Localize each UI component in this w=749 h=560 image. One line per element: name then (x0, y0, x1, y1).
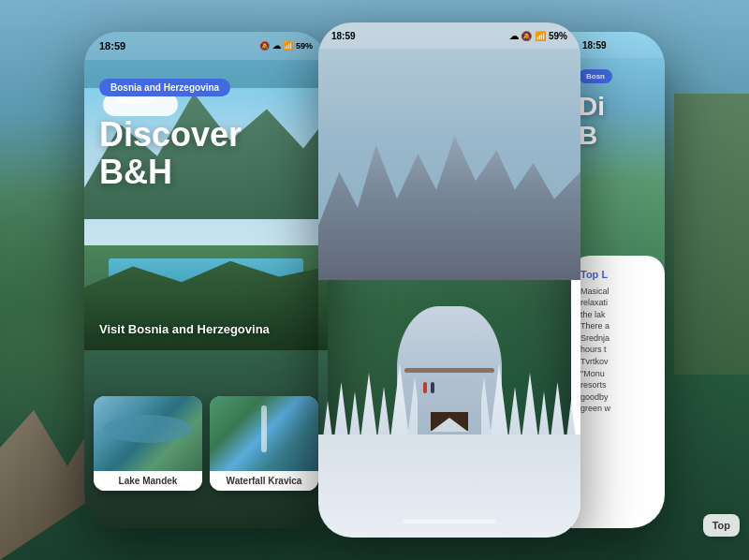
phone3-status-bar: 18:59 (571, 32, 665, 58)
phone2-home-indicator (403, 520, 496, 523)
phone1-subtitle: Visit Bosnia and Herzegovina (99, 322, 270, 336)
phone1-mini-cards: Lake Mandek Waterfall Kravica (94, 396, 318, 491)
phone1-main-title: Discover B&H (99, 116, 242, 190)
phone3-card-title: Top L (580, 269, 655, 280)
person-1 (423, 382, 427, 393)
top-button[interactable]: Top (703, 514, 740, 537)
phone1-card-lake-image (94, 396, 202, 471)
phone3-time: 18:59 (582, 40, 607, 51)
phone1-discover: Discover (99, 115, 242, 154)
phone2-status-bar: 18:59 ☁ 🔕 📶 59% (318, 22, 580, 49)
phone1-ui: 18:59 🔕 ☁ 📶 59% Bosnia and Herzegovina D… (84, 32, 328, 528)
phone1-status-bar: 18:59 🔕 ☁ 📶 59% (84, 32, 328, 60)
phones-container: 18:59 🔕 ☁ 📶 59% Bosnia and Herzegovina D… (0, 0, 749, 560)
phone2-status-icons: ☁ 🔕 📶 59% (509, 31, 567, 41)
winter-trees-left (318, 167, 418, 476)
phone-3: 18:59 Bosn Di B Top L Masical relaxati t… (571, 32, 665, 528)
phone3-info-card: Top L Masical relaxati the lak There a S… (571, 256, 665, 529)
phone1-status-icons: 🔕 ☁ 📶 59% (259, 41, 313, 51)
phone2-winter-scene (318, 22, 580, 538)
phone3-d: Di (579, 92, 605, 121)
phone-2-screen: 18:59 ☁ 🔕 📶 59% (318, 22, 580, 538)
person-2 (431, 382, 434, 393)
phone1-card-lake-label: Lake Mandek (94, 471, 202, 491)
phone3-title: Di B (579, 93, 605, 151)
phone-1: 18:59 🔕 ☁ 📶 59% Bosnia and Herzegovina D… (84, 32, 328, 528)
phone3-badge: Bosn (579, 69, 612, 83)
winter-trees-right (481, 167, 580, 476)
phone-1-screen: 18:59 🔕 ☁ 📶 59% Bosnia and Herzegovina D… (84, 32, 328, 528)
winter-people (423, 382, 434, 393)
phone1-card-waterfall[interactable]: Waterfall Kravica (210, 396, 318, 491)
phone1-time: 18:59 (99, 40, 125, 52)
phone1-card-lake[interactable]: Lake Mandek (94, 396, 202, 491)
phone1-country-badge[interactable]: Bosnia and Herzegovina (99, 79, 230, 96)
phone3-b: B (579, 121, 597, 150)
winter-bridge (404, 368, 493, 373)
phone1-card-waterfall-label: Waterfall Kravica (210, 471, 318, 491)
winter-cabin (418, 412, 480, 445)
cabin-roof (431, 418, 468, 432)
phone3-card-text: Masical relaxati the lak There a Srednja… (580, 286, 655, 416)
phone-2: 18:59 ☁ 🔕 📶 59% (318, 22, 580, 538)
phone1-bh: B&H (99, 153, 172, 191)
phone1-signal-icons: 🔕 ☁ 📶 59% (259, 41, 313, 51)
phone2-time: 18:59 (331, 31, 356, 41)
phone-3-screen: 18:59 Bosn Di B Top L Masical relaxati t… (571, 32, 665, 528)
phone1-card-waterfall-image (210, 396, 318, 471)
